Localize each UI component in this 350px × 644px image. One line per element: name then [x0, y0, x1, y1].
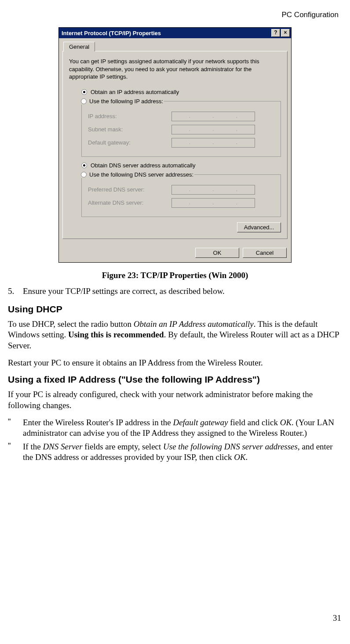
field-subnet-mask[interactable]: ... — [171, 125, 255, 134]
radio-obtain-ip[interactable]: Obtain an IP address automatically — [81, 89, 281, 95]
field-default-gateway[interactable]: ... — [171, 138, 255, 148]
label-subnet-mask: Subnet mask: — [88, 126, 171, 133]
radio-use-dns[interactable]: Use the following DNS server addresses: — [80, 171, 194, 178]
radio-obtain-dns[interactable]: Obtain DNS server address automatically — [81, 162, 281, 169]
bullet-body: Enter the Wireless Router's IP address i… — [23, 417, 342, 438]
para-fixed-1: If your PC is already configured, check … — [8, 389, 342, 411]
bullet-mark: " — [8, 417, 23, 438]
titlebar-text: Internet Protocol (TCP/IP) Properties — [62, 30, 270, 36]
bullet-body: If the DNS Server fields are empty, sele… — [23, 441, 342, 463]
cancel-button[interactable]: Cancel — [243, 248, 287, 258]
field-ip-address[interactable]: ... — [171, 112, 255, 121]
tcpip-dialog: Internet Protocol (TCP/IP) Properties ? … — [58, 27, 292, 263]
para-dhcp-1: To use DHCP, select the radio button Obt… — [8, 319, 342, 351]
field-preferred-dns[interactable]: ... — [171, 185, 255, 195]
intro-text: You can get IP settings assigned automat… — [69, 58, 281, 81]
help-button[interactable]: ? — [271, 29, 280, 37]
ok-button[interactable]: OK — [195, 248, 239, 258]
bullet-mark: " — [8, 441, 23, 463]
group-use-dns: Use the following DNS server addresses: … — [81, 171, 281, 217]
radio-label: Use the following DNS server addresses: — [89, 171, 193, 178]
titlebar: Internet Protocol (TCP/IP) Properties ? … — [59, 28, 291, 38]
page-number: 31 — [333, 613, 341, 623]
label-preferred-dns: Preferred DNS server: — [88, 186, 171, 193]
radio-use-ip[interactable]: Use the following IP address: — [80, 98, 164, 105]
step-text: Ensure your TCP/IP settings are correct,… — [23, 286, 342, 296]
group-use-ip: Use the following IP address: IP address… — [81, 98, 281, 157]
dialog-screenshot: Internet Protocol (TCP/IP) Properties ? … — [8, 27, 342, 263]
label-alternate-dns: Alternate DNS server: — [88, 199, 171, 206]
radio-icon — [81, 163, 87, 168]
field-alternate-dns[interactable]: ... — [171, 198, 255, 208]
label-ip-address: IP address: — [88, 113, 171, 119]
close-button[interactable]: × — [281, 29, 290, 37]
radio-icon — [81, 172, 87, 177]
radio-label: Use the following IP address: — [89, 98, 163, 105]
heading-using-dhcp: Using DHCP — [8, 304, 342, 315]
bullet-2: " If the DNS Server fields are empty, se… — [8, 441, 342, 463]
figure-caption: Figure 23: TCP/IP Properties (Win 2000) — [8, 271, 342, 280]
step-number: 5. — [8, 286, 23, 296]
radio-label: Obtain an IP address automatically — [91, 89, 179, 95]
heading-fixed-ip: Using a fixed IP Address ("Use the follo… — [8, 374, 342, 385]
step-5: 5. Ensure your TCP/IP settings are corre… — [8, 286, 342, 296]
radio-icon — [81, 98, 87, 104]
page-header: PC Configuration — [8, 11, 339, 19]
radio-label: Obtain DNS server address automatically — [91, 162, 195, 169]
para-dhcp-2: Restart your PC to ensure it obtains an … — [8, 358, 342, 369]
radio-icon — [81, 89, 87, 95]
advanced-button[interactable]: Advanced... — [237, 222, 281, 232]
tab-panel: You can get IP settings assigned automat… — [62, 51, 288, 239]
tab-general[interactable]: General — [63, 42, 95, 51]
bullet-1: " Enter the Wireless Router's IP address… — [8, 417, 342, 438]
label-default-gateway: Default gateway: — [88, 139, 171, 146]
